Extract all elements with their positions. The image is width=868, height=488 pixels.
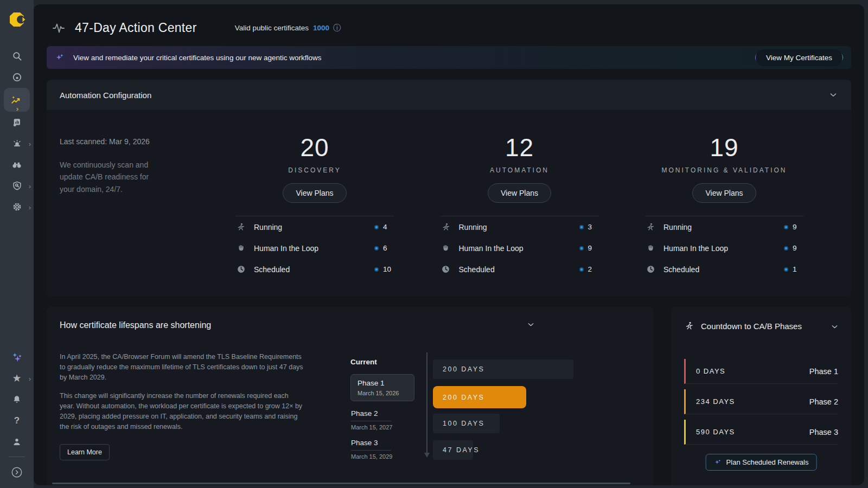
siren-icon	[12, 138, 22, 149]
chevron-right-icon: ›	[29, 182, 31, 189]
sidebar-item-notifications[interactable]	[0, 389, 34, 410]
plan-scheduled-renewals-button[interactable]: Plan Scheduled Renewals	[706, 454, 817, 471]
scan-info: Last scanned: Mar 9, 2026 We continuousl…	[60, 133, 189, 280]
last-scanned-text: Last scanned: Mar 9, 2026	[60, 137, 189, 146]
report-chart-icon	[12, 118, 22, 127]
status-dot	[784, 246, 788, 251]
sidebar-item-search[interactable]	[0, 46, 34, 67]
valid-certificates-count[interactable]: 1000	[313, 24, 329, 32]
status-dot	[579, 225, 584, 229]
clock-icon	[235, 265, 246, 274]
phase-rule	[351, 421, 391, 421]
digicert-logo[interactable]	[0, 0, 34, 28]
scheduled-row: Scheduled 1	[645, 259, 803, 280]
sidebar-item-favorites[interactable]: ★ ›	[0, 368, 34, 389]
status-dot	[784, 267, 788, 272]
runner-icon	[645, 222, 656, 232]
status-dot	[579, 267, 584, 272]
phase-2-item[interactable]: Phase 2 March 15, 2027	[350, 409, 417, 431]
target-icon	[12, 72, 22, 82]
running-count: 9	[793, 223, 803, 231]
sidebar-item-account[interactable]	[0, 431, 34, 452]
shield-search-icon	[12, 181, 22, 191]
sparkle-icon	[714, 458, 722, 466]
runner-icon	[441, 222, 451, 232]
search-icon	[12, 51, 22, 61]
countdown-card: Countdown to CA/B Phases 0 DAYS Phase 1 …	[671, 307, 851, 485]
sidebar-item-alerts[interactable]: ›	[0, 133, 34, 154]
phase-name: Phase 2	[351, 409, 416, 418]
sidebar-item-settings[interactable]: ›	[0, 196, 34, 217]
row-label: Scheduled	[663, 265, 699, 274]
stat-value: 12	[441, 133, 599, 162]
lifespan-bars: 200 DAYS 200 DAYS 100 DAYS 47 DAYS	[433, 359, 573, 467]
phase-rule	[351, 450, 391, 451]
view-plans-button[interactable]: View Plans	[692, 183, 756, 203]
phase-date: March 15, 2026	[358, 390, 407, 396]
chevron-down-icon[interactable]	[828, 90, 838, 100]
sidebar-item-help[interactable]: ?	[0, 410, 34, 431]
info-icon[interactable]: ⓘ	[333, 23, 341, 33]
current-label: Current	[350, 358, 417, 366]
countdown-days: 234 DAYS	[696, 397, 735, 406]
row-label: Human In the Loop	[663, 244, 728, 253]
clock-icon	[441, 265, 451, 274]
lifespans-paragraph-2: This change will significantly increase …	[60, 391, 305, 432]
timeline-arrow	[426, 352, 427, 453]
sidebar-item-ai[interactable]	[0, 346, 34, 368]
countdown-phase: Phase 3	[809, 428, 838, 436]
learn-more-button[interactable]: Learn More	[60, 444, 110, 460]
gear-icon	[12, 202, 22, 212]
view-my-certificates-button[interactable]: View My Certificates	[755, 52, 843, 63]
main-window: 47-Day Action Center Valid public certif…	[34, 4, 864, 485]
chevron-down-icon[interactable]	[830, 322, 839, 331]
countdown-row-phase-3: 590 DAYS Phase 3	[684, 420, 838, 445]
view-plans-button[interactable]: View Plans	[283, 183, 346, 203]
phase-1-item[interactable]: Phase 1 March 15, 2026	[350, 374, 414, 401]
countdown-phase: Phase 2	[809, 397, 838, 406]
valid-certificates-label: Valid public certificates	[235, 24, 309, 32]
sidebar-item-reports[interactable]	[0, 112, 34, 133]
scheduled-count: 10	[383, 265, 394, 273]
status-dot	[784, 225, 788, 229]
human-in-loop-row: Human In the Loop 9	[645, 237, 803, 259]
hand-icon	[645, 243, 656, 253]
phase-date: March 15, 2027	[351, 424, 416, 431]
sidebar-item-inspect[interactable]: ›	[0, 175, 34, 196]
bottom-cards-row: How certificate lifespans are shortening…	[47, 307, 851, 485]
automation-trend-icon	[10, 94, 21, 105]
automation-configuration-body: Last scanned: Mar 9, 2026 We continuousl…	[47, 110, 851, 296]
banner-message: View and remediate your critical certifi…	[73, 54, 321, 62]
lifespans-description: In April 2025, the CA/Browser Forum will…	[60, 352, 305, 460]
status-dot	[579, 246, 584, 251]
hitl-count: 9	[793, 244, 803, 252]
countdown-phase: Phase 1	[809, 367, 838, 376]
lifespans-card: How certificate lifespans are shortening…	[47, 307, 653, 485]
sidebar-item-observe[interactable]	[0, 154, 34, 175]
page-header: 47-Day Action Center Valid public certif…	[34, 4, 864, 35]
countdown-title: Countdown to CA/B Phases	[701, 322, 802, 331]
countdown-row-phase-1: 0 DAYS Phase 1	[684, 359, 838, 384]
horizontal-scrollbar[interactable]	[52, 483, 630, 484]
sidebar-item-automation[interactable]: ›	[0, 88, 34, 112]
scheduled-count: 2	[588, 265, 599, 273]
human-in-loop-row: Human In the Loop 6	[235, 237, 394, 259]
activity-pulse-icon	[52, 22, 65, 35]
sidebar-item-discovery[interactable]	[0, 67, 34, 88]
hitl-count: 9	[588, 244, 599, 252]
automation-configuration-header[interactable]: Automation Configuration	[47, 80, 851, 110]
hitl-count: 6	[383, 244, 394, 252]
question-icon: ?	[14, 416, 20, 425]
view-plans-button[interactable]: View Plans	[488, 183, 551, 203]
status-dot	[374, 225, 379, 229]
phase-3-item[interactable]: Phase 3 March 15, 2029	[350, 439, 417, 460]
row-label: Human In the Loop	[459, 244, 524, 253]
sidebar-divider	[9, 457, 25, 457]
scheduled-row: Scheduled 2	[441, 259, 599, 280]
runner-icon	[235, 222, 246, 232]
lifespans-paragraph-1: In April 2025, the CA/Browser Forum will…	[60, 352, 305, 383]
row-label: Running	[663, 223, 692, 232]
person-icon	[12, 437, 22, 447]
sidebar-expand-button[interactable]	[0, 461, 34, 483]
chevron-down-icon[interactable]	[526, 320, 535, 329]
